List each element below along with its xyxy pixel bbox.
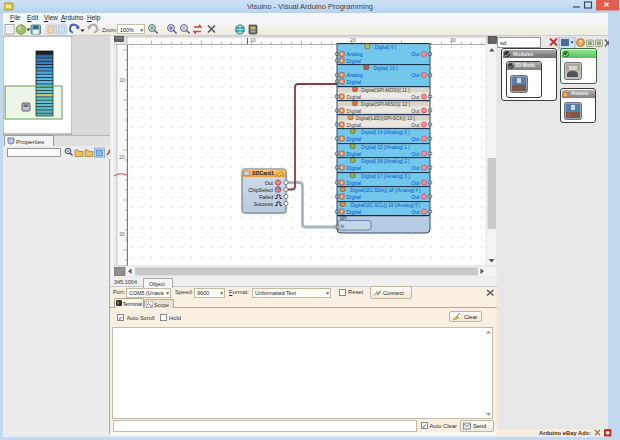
svg-text:20: 20 bbox=[350, 38, 356, 43]
svg-text:Digital: Digital bbox=[347, 94, 361, 100]
svg-text:?: ? bbox=[579, 39, 583, 46]
svg-text:Out: Out bbox=[411, 51, 420, 57]
svg-text:Digital[ 9 ]: Digital[ 9 ] bbox=[375, 45, 396, 50]
svg-text:Out: Out bbox=[411, 194, 420, 200]
svg-text:Digital[ 14 ]/Analog[ 0 ]: Digital[ 14 ]/Analog[ 0 ] bbox=[361, 130, 409, 135]
svg-text:SDCard1: SDCard1 bbox=[252, 170, 274, 176]
svg-text:Digital: Digital bbox=[347, 165, 361, 171]
svg-text:Digital[ 16 ]/Analog[ 2 ]: Digital[ 16 ]/Analog[ 2 ] bbox=[361, 159, 409, 164]
svg-text:Failed: Failed bbox=[259, 194, 273, 200]
svg-text:Digital(I2C-SCL)[ 19 ]/Analog[: Digital(I2C-SCL)[ 19 ]/Analog[ 5 ] bbox=[351, 203, 421, 208]
svg-text:20: 20 bbox=[119, 155, 125, 160]
svg-text:Out: Out bbox=[411, 165, 420, 171]
svg-text:Digital(SPI-MOSI)[ 11 ]: Digital(SPI-MOSI)[ 11 ] bbox=[361, 88, 409, 93]
svg-text:Digital[ 15 ]/Analog[ 1 ]: Digital[ 15 ]/Analog[ 1 ] bbox=[361, 145, 409, 150]
svg-text:Digital: Digital bbox=[347, 108, 361, 114]
svg-text:Out: Out bbox=[411, 72, 420, 78]
svg-text:Analog: Analog bbox=[347, 51, 363, 57]
svg-text:Out: Out bbox=[411, 180, 420, 186]
svg-text:Success: Success bbox=[254, 201, 274, 207]
svg-text:ChipSelect: ChipSelect bbox=[248, 187, 273, 193]
svg-text:Out: Out bbox=[411, 151, 420, 157]
svg-text:Out: Out bbox=[265, 180, 274, 186]
svg-text:10: 10 bbox=[119, 78, 125, 83]
svg-text:Digital: Digital bbox=[347, 151, 361, 157]
svg-text:Digital: Digital bbox=[347, 122, 361, 128]
svg-text:Digital: Digital bbox=[347, 209, 361, 215]
svg-text:In: In bbox=[341, 224, 345, 229]
svg-text:Digital[ 10 ]: Digital[ 10 ] bbox=[374, 66, 398, 71]
svg-text:Digital: Digital bbox=[347, 79, 361, 85]
svg-text:Out: Out bbox=[411, 122, 420, 128]
svg-text:Out: Out bbox=[411, 94, 420, 100]
svg-text:30: 30 bbox=[119, 232, 125, 237]
svg-text:Digital(SPI-MISO)[ 12 ]: Digital(SPI-MISO)[ 12 ] bbox=[361, 102, 410, 107]
svg-text:Out: Out bbox=[411, 209, 420, 215]
svg-text:Analog: Analog bbox=[347, 72, 363, 78]
svg-text:Out: Out bbox=[411, 108, 420, 114]
svg-text:30: 30 bbox=[450, 38, 456, 43]
svg-text:Digital: Digital bbox=[347, 58, 361, 64]
svg-text:Digital: Digital bbox=[347, 180, 361, 186]
svg-text:Digital(I2C-SDA)[ 18 ]/Analog[: Digital(I2C-SDA)[ 18 ]/Analog[ 4 ] bbox=[350, 188, 420, 193]
svg-text:Digital: Digital bbox=[347, 194, 361, 200]
svg-text:Digital: Digital bbox=[347, 136, 361, 142]
svg-text:10: 10 bbox=[250, 38, 256, 43]
svg-text:SPI: SPI bbox=[340, 216, 347, 221]
svg-text:Digital(LED)(SPI-SCK)[ 13 ]: Digital(LED)(SPI-SCK)[ 13 ] bbox=[356, 116, 415, 121]
svg-text:Digital[ 17 ]/Analog[ 3 ]: Digital[ 17 ]/Analog[ 3 ] bbox=[361, 174, 409, 179]
svg-text:Out: Out bbox=[411, 136, 420, 142]
